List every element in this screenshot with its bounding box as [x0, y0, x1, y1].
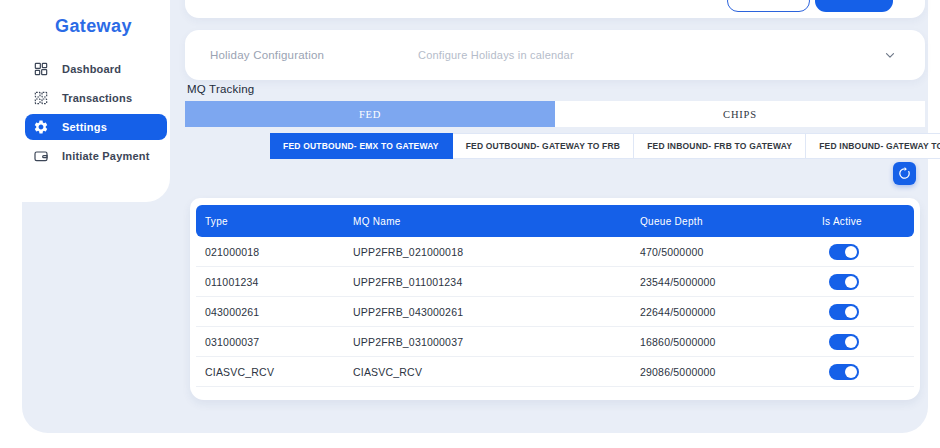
refresh-icon	[898, 167, 911, 180]
toggle-knob	[845, 336, 857, 348]
direction-tab-label: FED INBOUND- FRB TO GATEWAY	[647, 141, 792, 151]
cell-is-active	[813, 274, 914, 290]
direction-tab-label: FED OUTBOUND- EMX TO GATEWAY	[283, 141, 439, 151]
cell-mq-name: UPP2FRB_031000037	[344, 336, 631, 348]
cell-type: 021000018	[196, 246, 344, 258]
network-tab[interactable]: CHIPS	[555, 101, 925, 127]
table-header-row: Type MQ Name Queue Depth Is Active	[196, 205, 914, 237]
sidebar: Gateway Dashboard Transactions Settings	[0, 0, 170, 202]
cut-off-top-card	[185, 0, 925, 18]
table-row: CIASVC_RCV CIASVC_RCV 29086/5000000	[196, 356, 914, 386]
transactions-icon	[33, 90, 49, 106]
gear-icon	[33, 119, 49, 135]
sidebar-item-label: Initiate Payment	[62, 150, 150, 162]
is-active-toggle[interactable]	[829, 334, 859, 350]
cell-queue-depth: 470/5000000	[631, 246, 813, 258]
cell-type: 043000261	[196, 306, 344, 318]
column-header: MQ Name	[344, 216, 631, 227]
cell-queue-depth: 23544/5000000	[631, 276, 813, 288]
is-active-toggle[interactable]	[829, 244, 859, 260]
holiday-card-title: Holiday Configuration	[210, 49, 324, 61]
direction-tab[interactable]: FED OUTBOUND- EMX TO GATEWAY	[270, 133, 453, 159]
refresh-button[interactable]	[893, 162, 916, 185]
cell-type: 011001234	[196, 276, 344, 288]
toggle-knob	[845, 276, 857, 288]
sidebar-item[interactable]: Initiate Payment	[25, 143, 167, 169]
direction-tab-label: FED OUTBOUND- GATEWAY TO FRB	[466, 141, 621, 151]
table-row: 043000261 UPP2FRB_043000261 22644/500000…	[196, 296, 914, 326]
direction-tab[interactable]: FED INBOUND- GATEWAY TO EMX	[806, 133, 940, 159]
network-tab[interactable]: FED	[185, 101, 555, 127]
cell-mq-name: CIASVC_RCV	[344, 366, 631, 378]
cell-queue-depth: 16860/5000000	[631, 336, 813, 348]
cell-mq-name: UPP2FRB_011001234	[344, 276, 631, 288]
sidebar-item[interactable]: Transactions	[25, 85, 167, 111]
brand-title: Gateway	[55, 16, 132, 37]
toggle-knob	[845, 306, 857, 318]
sidebar-item-label: Transactions	[62, 92, 132, 104]
table-body: 021000018 UPP2FRB_021000018 470/5000000 …	[196, 237, 914, 387]
cut-off-outline-button[interactable]	[727, 0, 810, 12]
column-header: Type	[196, 216, 344, 227]
column-header: Is Active	[813, 216, 914, 227]
direction-tab-label: FED INBOUND- GATEWAY TO EMX	[819, 141, 940, 151]
is-active-toggle[interactable]	[829, 304, 859, 320]
table-row: 021000018 UPP2FRB_021000018 470/5000000	[196, 237, 914, 266]
sidebar-item[interactable]: Dashboard	[25, 56, 167, 82]
sidebar-item-label: Dashboard	[62, 63, 121, 75]
cut-off-primary-button[interactable]	[815, 0, 893, 12]
toggle-knob	[845, 246, 857, 258]
chevron-down-icon[interactable]	[883, 48, 897, 62]
cell-mq-name: UPP2FRB_043000261	[344, 306, 631, 318]
holiday-card-subtitle: Configure Holidays in calendar	[418, 49, 574, 61]
cell-is-active	[813, 334, 914, 350]
cell-queue-depth: 22644/5000000	[631, 306, 813, 318]
is-active-toggle[interactable]	[829, 364, 859, 380]
mq-tracking-section-label: MQ Tracking	[187, 83, 254, 95]
cell-mq-name: UPP2FRB_021000018	[344, 246, 631, 258]
network-tab-label: CHIPS	[723, 109, 757, 120]
cell-type: CIASVC_RCV	[196, 366, 344, 378]
is-active-toggle[interactable]	[829, 274, 859, 290]
direction-tabs: FED OUTBOUND- EMX TO GATEWAY FED OUTBOUN…	[270, 133, 940, 159]
network-tabs: FED CHIPS	[185, 101, 925, 127]
toggle-knob	[845, 366, 857, 378]
app-window: Gateway Dashboard Transactions Settings	[0, 0, 940, 448]
cell-queue-depth: 29086/5000000	[631, 366, 813, 378]
sidebar-item[interactable]: Settings	[25, 114, 167, 140]
table-row: 011001234 UPP2FRB_011001234 23544/500000…	[196, 266, 914, 296]
column-header: Queue Depth	[631, 216, 813, 227]
wallet-icon	[33, 148, 49, 164]
cell-is-active	[813, 244, 914, 260]
sidebar-menu: Dashboard Transactions Settings Initiate…	[25, 56, 167, 172]
table-row: 031000037 UPP2FRB_031000037 16860/500000…	[196, 326, 914, 356]
mq-table-card: Type MQ Name Queue Depth Is Active 02100…	[190, 198, 920, 400]
cell-type: 031000037	[196, 336, 344, 348]
direction-tab[interactable]: FED OUTBOUND- GATEWAY TO FRB	[453, 133, 635, 159]
sidebar-item-label: Settings	[62, 121, 107, 133]
direction-tab[interactable]: FED INBOUND- FRB TO GATEWAY	[634, 133, 806, 159]
dashboard-icon	[33, 61, 49, 77]
holiday-configuration-card[interactable]: Holiday Configuration Configure Holidays…	[185, 30, 925, 80]
cell-is-active	[813, 304, 914, 320]
cell-is-active	[813, 364, 914, 380]
network-tab-label: FED	[359, 109, 381, 120]
